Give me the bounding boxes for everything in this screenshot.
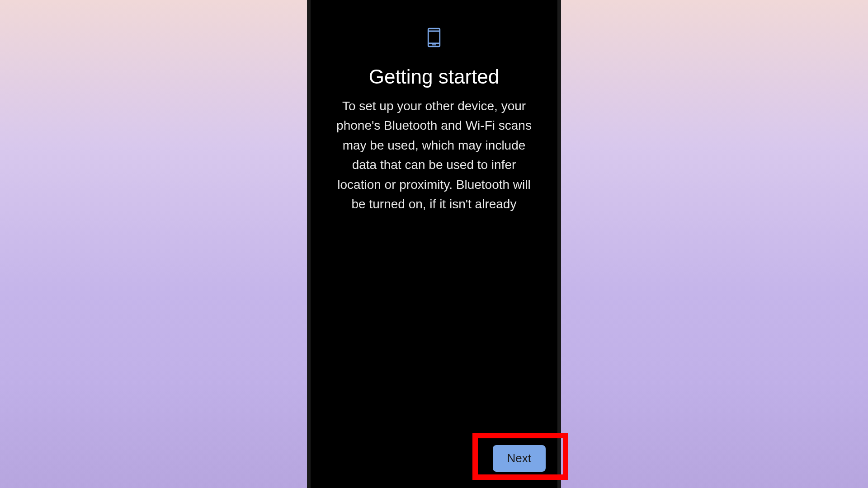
- next-button[interactable]: Next: [493, 445, 546, 472]
- phone-screen: Getting started To set up your other dev…: [307, 0, 561, 488]
- button-area: Next: [493, 445, 546, 472]
- description-text: To set up your other device, your phone'…: [324, 96, 544, 214]
- page-title: Getting started: [369, 66, 500, 88]
- phone-icon: [426, 27, 442, 52]
